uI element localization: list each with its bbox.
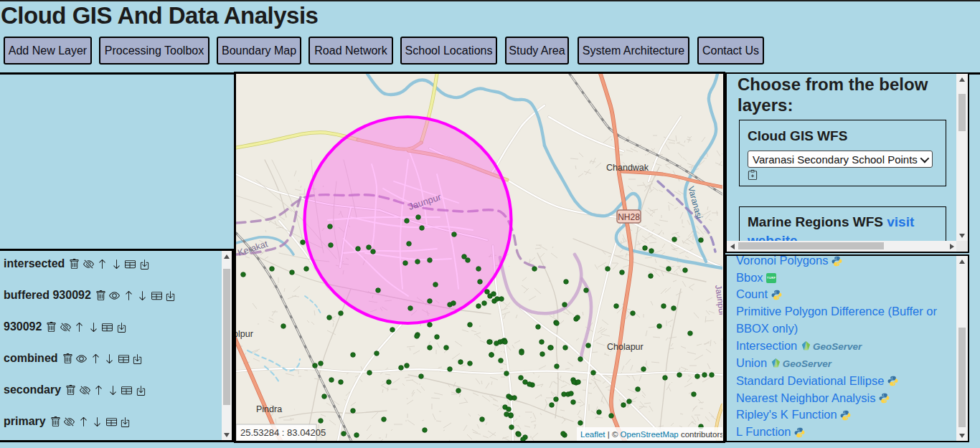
svg-text:Pindra: Pindra (256, 404, 282, 414)
svg-text:Leaflet | © OpenStreetMap cont: Leaflet | © OpenStreetMap contributors (580, 430, 722, 439)
svg-text:olpur: olpur (236, 329, 253, 339)
svg-text:25.53284 : 83.04205: 25.53284 : 83.04205 (240, 427, 326, 438)
svg-text:Cholapur: Cholapur (607, 342, 644, 352)
svg-text:NH28: NH28 (618, 212, 640, 222)
svg-text:Chandwak: Chandwak (606, 163, 649, 173)
